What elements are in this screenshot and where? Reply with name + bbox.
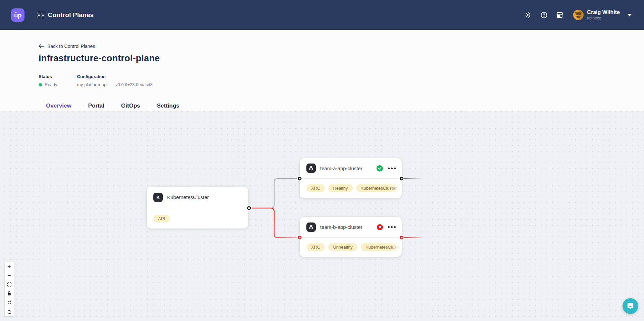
gear-icon[interactable] — [524, 11, 532, 19]
layers-icon — [306, 222, 316, 232]
meta-row: Status Ready Configuration my-platform-a… — [39, 74, 644, 87]
upbound-logo[interactable]: up — [11, 8, 24, 22]
zoom-out-button[interactable]: − — [5, 271, 14, 280]
back-link-label: Back to Control Planes — [47, 44, 95, 49]
status-value: Ready — [39, 82, 57, 87]
user-org: acmeco — [587, 16, 620, 20]
handle-team-a-left[interactable] — [298, 177, 302, 181]
handle-team-b-left[interactable] — [298, 236, 302, 240]
graph-canvas[interactable]: K KubernetesCluster API team-a-app-clust… — [0, 111, 644, 321]
marketplace-icon[interactable] — [556, 11, 564, 19]
edge-kubernetescluster-to-team-a — [249, 179, 300, 208]
configuration-version: v0.0.0+23.0edacd8 — [115, 82, 153, 87]
layers-icon — [306, 164, 316, 173]
graph-edges — [0, 111, 644, 321]
user-name: Craig Wilhite — [587, 9, 620, 15]
refresh-icon-button[interactable] — [5, 307, 14, 316]
badge-api: API — [153, 215, 170, 222]
handle-team-b-right[interactable] — [400, 236, 404, 240]
unhealthy-x-icon — [377, 224, 383, 230]
badge-healthy: Healthy — [328, 184, 352, 192]
fit-view-button[interactable] — [5, 280, 14, 289]
page-head: Back to Control Planes infrastructure-co… — [0, 30, 644, 87]
node-kubernetescluster[interactable]: K KubernetesCluster API — [147, 187, 248, 229]
node-badges: XRC Healthy KubernetesCluster — [300, 179, 402, 192]
help-icon[interactable] — [540, 11, 548, 19]
edge-kubernetescluster-to-team-b — [249, 208, 300, 238]
flow-controls: + − — [5, 262, 14, 316]
configuration-label: Configuration — [77, 74, 153, 79]
node-team-a-app-cluster[interactable]: team-a-app-cluster XRC Healthy Kubernete… — [300, 158, 402, 198]
badge-unhealthy: Unhealthy — [328, 243, 357, 251]
badge-kubernetescluster: KubernetesCluster — [361, 243, 402, 251]
configuration-value: my-platform-api v0.0.0+23.0edacd8 — [77, 82, 153, 87]
node-menu-button[interactable] — [388, 168, 396, 169]
badge-xrc: XRC — [306, 184, 325, 192]
status-ready-dot — [39, 83, 42, 86]
status-label: Status — [39, 74, 57, 79]
meta-divider — [68, 74, 68, 87]
lock-icon-button[interactable] — [5, 289, 14, 298]
app-title: Control Planes — [48, 11, 94, 19]
node-header: K KubernetesCluster — [147, 187, 248, 208]
app-header: up Control Planes — [0, 0, 644, 30]
node-menu-button[interactable] — [388, 226, 396, 228]
handle-kubernetescluster-right[interactable] — [247, 206, 251, 210]
header-actions: Craig Wilhite acmeco — [516, 9, 632, 21]
app-nav[interactable]: Control Planes — [38, 11, 94, 19]
logo-text: up — [14, 12, 21, 19]
back-link[interactable]: Back to Control Planes — [39, 44, 95, 49]
node-badges: API — [147, 208, 248, 222]
arrow-left-icon — [39, 44, 44, 49]
status-text: Ready — [45, 82, 57, 87]
healthy-check-icon — [377, 165, 383, 172]
grid-icon — [38, 12, 44, 18]
node-header: team-a-app-cluster — [300, 158, 402, 179]
node-title: KubernetesCluster — [167, 194, 209, 200]
user-menu[interactable]: Craig Wilhite acmeco — [573, 9, 632, 21]
badge-xrc: XRC — [306, 243, 325, 251]
node-title: team-b-app-cluster — [320, 224, 362, 230]
node-team-b-app-cluster[interactable]: team-b-app-cluster XRC Unhealthy Kuberne… — [300, 217, 402, 257]
chat-launcher-button[interactable] — [623, 298, 638, 314]
page-title: infrastructure-control-plane — [39, 53, 644, 64]
zoom-in-button[interactable]: + — [5, 262, 14, 271]
status-block: Status Ready — [39, 74, 57, 87]
configuration-block: Configuration my-platform-api v0.0.0+23.… — [77, 74, 153, 87]
rotate-icon-button[interactable] — [5, 298, 14, 307]
kubernetes-k-icon: K — [153, 193, 163, 202]
handle-team-a-right[interactable] — [400, 177, 404, 181]
caret-down-icon[interactable] — [627, 14, 632, 16]
avatar — [573, 10, 584, 20]
user-meta: Craig Wilhite acmeco — [587, 9, 620, 21]
configuration-name: my-platform-api — [77, 82, 107, 87]
node-header: team-b-app-cluster — [300, 217, 402, 238]
node-title: team-a-app-cluster — [320, 166, 362, 171]
badge-kubernetescluster: KubernetesCluster — [356, 184, 402, 192]
node-badges: XRC Unhealthy KubernetesCluster — [300, 238, 402, 251]
chat-bubble-icon — [627, 302, 634, 310]
